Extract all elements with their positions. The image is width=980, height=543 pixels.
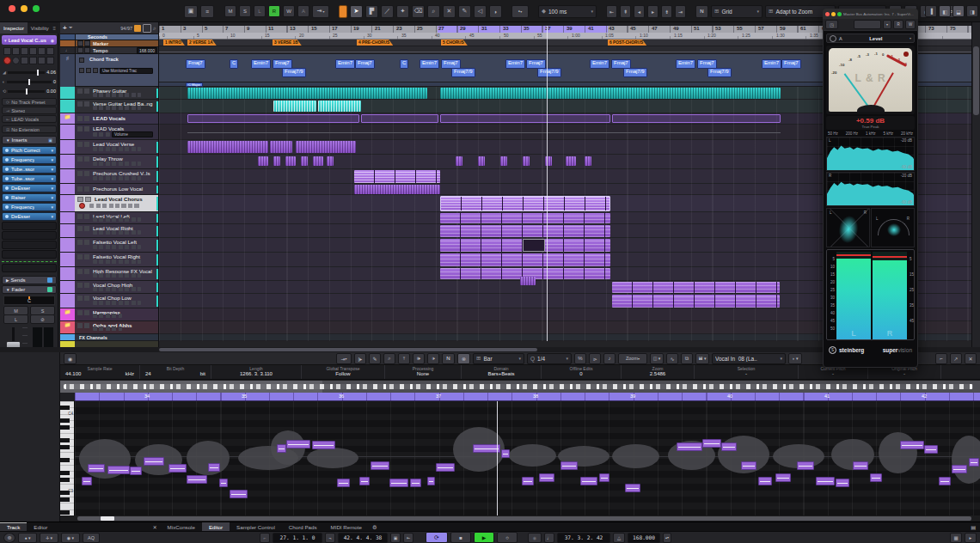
audio-event[interactable] — [456, 156, 462, 166]
snap-type-icon[interactable]: ⊗ — [457, 353, 470, 364]
goto-left-locator-icon[interactable]: ⌐ — [260, 533, 270, 543]
pitch-segment[interactable] — [427, 477, 435, 485]
mute-solo-buttons[interactable] — [77, 142, 90, 147]
chord-event[interactable]: Emin7 — [762, 59, 781, 69]
output-routing-row[interactable]: ⇤LEAD Vocals — [2, 115, 57, 123]
marker-event[interactable]: 2 VERSE 1A — [187, 40, 217, 46]
audio-event[interactable] — [187, 141, 268, 153]
audio-event[interactable] — [354, 185, 440, 194]
insert-slot[interactable]: Pitch Correct▾ — [2, 146, 57, 155]
stop-button[interactable]: ■ — [450, 532, 471, 543]
audio-event[interactable] — [440, 225, 610, 237]
info-cell[interactable]: Selection - — [695, 365, 799, 379]
automation-panel-button[interactable]: A — [297, 5, 309, 17]
mute-all-button[interactable]: M — [224, 5, 236, 17]
module-ab-button[interactable]: A — [839, 36, 842, 41]
editor-grid-combo[interactable]: ⊞Bar▾ — [473, 353, 524, 364]
info-cell[interactable]: Domain Bars+Beats — [462, 365, 542, 379]
mute-solo-buttons[interactable] — [77, 88, 90, 94]
pitch-segment[interactable] — [580, 477, 597, 485]
clip-select-icon[interactable]: [▸ — [354, 353, 366, 364]
track-mini-controls[interactable] — [93, 259, 141, 264]
chord-track-header[interactable]: ♯ Chord Track Use Monitored Trac — [60, 54, 159, 87]
pan-slider[interactable] — [7, 81, 52, 83]
close-pane-icon[interactable]: ✕ — [149, 522, 160, 531]
tempo-spin-icon[interactable]: ▴▾ — [663, 533, 671, 543]
autoscroll-icon[interactable]: ⇥▾ — [336, 353, 352, 364]
nudge-fwd-icon[interactable]: ▸ — [647, 5, 658, 18]
pitch-segment[interactable] — [758, 477, 772, 485]
track-mini-controls[interactable] — [93, 176, 141, 180]
insert-slot-empty[interactable] — [2, 231, 57, 240]
inspector-menu-icon[interactable]: ≡ — [52, 26, 58, 31]
track-mini-controls[interactable] — [93, 326, 122, 331]
pitch-segment[interactable] — [88, 464, 105, 473]
pitch-segment[interactable] — [677, 442, 702, 451]
pitch-segment[interactable] — [168, 464, 187, 473]
supervision-window[interactable]: Master Bus Automation: Ins. 7 - SuperVi.… — [823, 9, 918, 368]
minimize-icon[interactable] — [21, 5, 28, 12]
pitch-segment[interactable] — [130, 467, 142, 475]
audio-event[interactable] — [258, 156, 268, 166]
folder-track-row[interactable]: 📁 Oohs and Ahhs — [60, 321, 159, 334]
snap-toggle-icon[interactable]: N — [695, 5, 708, 18]
track-preset-row[interactable]: ⟳No Track Preset — [2, 98, 57, 106]
quantize-apply-icon[interactable]: % — [574, 353, 586, 364]
info-cell[interactable]: Processing None — [385, 365, 462, 379]
pitch-segment[interactable] — [286, 440, 310, 448]
setup-icon[interactable]: ≡ — [200, 5, 214, 18]
editor-playhead[interactable] — [497, 401, 498, 516]
pitch-segment[interactable] — [599, 473, 609, 482]
nudge-end-icon[interactable]: ⇟ — [661, 5, 672, 18]
folder-track-row[interactable]: FX Channels — [60, 334, 159, 341]
hscroll-thumb[interactable] — [159, 348, 537, 351]
marker-track-header[interactable]: Marker — [60, 40, 159, 47]
left-zone-icon[interactable]: ◧ — [939, 5, 951, 17]
editor-independence-icon[interactable]: ⌐ — [935, 353, 947, 364]
mute-solo-buttons[interactable] — [77, 310, 90, 315]
editor-quantize-combo[interactable]: Q1/4▾ — [527, 353, 572, 364]
object-select-tool[interactable]: ➤ — [350, 5, 363, 18]
transport-panel-icon[interactable]: ▦ — [950, 533, 962, 543]
tempo-value-box[interactable]: 168.000 — [137, 47, 157, 54]
chord-event[interactable]: Fmaj7/9 — [537, 68, 561, 77]
pitch-segment[interactable] — [775, 473, 791, 482]
pane-tab-mixconsole[interactable]: MixConsole — [161, 522, 202, 531]
editor-hscrollbar[interactable] — [60, 516, 980, 522]
punch-mode-combo[interactable]: ✛ ▾ — [40, 533, 58, 543]
insert-slot[interactable]: Raiser▾ — [2, 193, 57, 202]
preset-box[interactable] — [854, 20, 881, 29]
chord-event[interactable]: Fmaj7 — [355, 59, 375, 69]
track-row[interactable]: Lead Vocal Right — [60, 224, 159, 238]
lock-icon[interactable] — [134, 25, 141, 32]
pitch-segment[interactable] — [969, 458, 979, 467]
audio-event[interactable] — [273, 101, 316, 112]
preset-arrow-icon[interactable]: ▾ — [883, 20, 891, 29]
tempo-display[interactable]: 168.000 — [628, 533, 660, 543]
pitch-segment[interactable] — [187, 475, 207, 484]
pitch-segment[interactable] — [702, 439, 721, 448]
metronome-icon[interactable]: △ — [613, 533, 625, 543]
mute-solo-buttons[interactable] — [77, 226, 90, 231]
warp-tool-icon[interactable]: ⫯ — [398, 353, 410, 364]
editor-bar-ruler[interactable]: 34 35 36 37 38 39 40 41 42 — [75, 393, 980, 401]
variaudio-canvas[interactable] — [75, 401, 980, 516]
nudge-right-icon[interactable]: ⇥ — [675, 5, 686, 18]
click-pattern-combo[interactable]: ◉ ▾ — [61, 533, 80, 543]
track-row[interactable]: Vocal Chop High — [60, 281, 159, 294]
bypass-inserts-icon[interactable]: ⊘ — [30, 314, 55, 324]
track-mini-controls[interactable] — [93, 273, 141, 278]
listen-tool-icon[interactable]: 🕪 — [413, 353, 425, 364]
insert-slot[interactable]: Frequency▾ — [2, 203, 57, 211]
nudge-start-icon[interactable]: ⇞ — [620, 5, 631, 18]
record-enable-button[interactable] — [79, 203, 85, 209]
insert-slot-empty[interactable] — [2, 241, 57, 249]
read-icon[interactable]: R — [893, 20, 903, 29]
chord-monitor-combo[interactable]: Use Monitored Trac — [100, 68, 153, 74]
automation-parameter-box[interactable]: Volume — [112, 131, 153, 137]
tempo-track-icon[interactable]: ♩ — [544, 533, 554, 543]
track-row[interactable]: Prechorus Crushed V..ls — [60, 169, 159, 184]
solo-editor-icon[interactable]: ◉ — [64, 353, 77, 364]
editor-zoom-handle[interactable] — [101, 516, 114, 521]
write-automation-button[interactable]: W — [283, 5, 295, 17]
